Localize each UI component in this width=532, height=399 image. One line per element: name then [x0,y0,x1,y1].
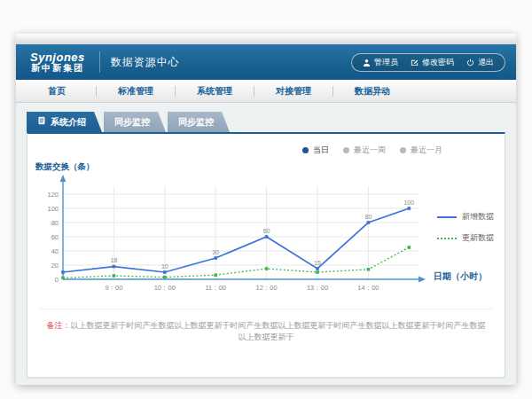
nav-item-data-change[interactable]: 数据异动 [333,85,411,98]
app-header: Synjones 新中新集团 数据资源中心 管理员 修改密码 退出 [16,44,516,80]
change-password-button[interactable]: 修改密码 [411,57,454,68]
nav-item-standard-mgmt[interactable]: 标准管理 [97,85,175,98]
svg-text:13：00: 13：00 [307,284,328,292]
svg-text:10: 10 [161,263,168,270]
edit-icon [411,59,419,66]
radio-dot-icon [343,147,349,153]
svg-text:40: 40 [51,247,59,255]
chart-panel: 当日 最近一周 最近一月 0204060801001209：0010：0011：… [27,132,505,378]
svg-text:12：00: 12：00 [256,284,278,292]
legend-item-updated-data: 更新数据 [437,232,494,244]
time-range-options: 当日 最近一周 最近一月 [27,134,505,156]
radio-label: 当日 [313,145,329,156]
radio-label: 最近一周 [354,145,386,156]
legend-item-new-data: 新增数据 [437,211,494,223]
radio-today[interactable]: 当日 [302,145,329,156]
svg-text:100: 100 [403,200,414,206]
change-password-label: 修改密码 [422,57,454,68]
svg-text:80: 80 [365,214,372,220]
tab-bar: 系统介绍 同步监控 同步监控 [27,112,505,132]
radio-dot-icon [400,147,406,153]
radio-dot-icon [302,147,309,153]
svg-text:0: 0 [55,276,59,284]
radio-label: 最近一月 [411,145,442,156]
svg-text:30: 30 [212,249,219,255]
svg-text:120: 120 [47,191,59,199]
tab-label: 系统介绍 [51,112,86,132]
chart-canvas: 0204060801001209：0010：0011：0012：0013：001… [33,160,428,294]
content-area: 系统介绍 同步监控 同步监控 当日 最近一周 [16,103,516,385]
svg-text:10：00: 10：00 [154,284,176,292]
footer-note: 备注：以上数据更新于时间产生数据以上数据更新于时间产生数据以上数据更新于时间产生… [27,309,505,343]
svg-text:18: 18 [111,257,118,263]
tab-sync-monitor-1[interactable]: 同步监控 [104,112,166,132]
app-window: Synjones 新中新集团 数据资源中心 管理员 修改密码 退出 [16,34,516,385]
svg-text:9：00: 9：00 [105,284,122,292]
nav-item-system-mgmt[interactable]: 系统管理 [176,85,254,98]
logo-company-name: 新中新集团 [30,64,85,74]
user-icon [363,59,371,66]
solid-line-icon [437,216,457,218]
tab-sync-monitor-2[interactable]: 同步监控 [168,112,230,132]
document-icon [37,112,46,132]
svg-text:100: 100 [47,205,59,213]
nav-item-home[interactable]: 首页 [18,85,96,98]
note-label: 备注： [47,321,71,330]
legend-label: 更新数据 [462,232,494,244]
tab-label: 同步监控 [178,117,214,127]
main-nav: 首页 标准管理 系统管理 对接管理 数据异动 [16,80,516,103]
window-top-strip [16,34,516,44]
dotted-line-icon [437,238,457,239]
logo-wordmark: Synjones [30,51,85,64]
user-toolbar: 管理员 修改密码 退出 [351,53,505,72]
current-user-button[interactable]: 管理员 [363,57,398,68]
chart-legend: 新增数据 更新数据 [437,211,494,254]
svg-text:60: 60 [263,228,270,234]
header-divider [99,51,100,73]
x-axis-title: 日期（小时） [434,270,487,283]
svg-text:80: 80 [51,219,59,227]
power-icon [466,59,474,66]
logout-button[interactable]: 退出 [466,57,494,68]
radio-last-month[interactable]: 最近一月 [400,145,442,156]
svg-text:14：00: 14：00 [357,284,379,292]
company-logo: Synjones 新中新集团 [27,51,89,73]
radio-last-week[interactable]: 最近一周 [343,145,386,156]
page-title: 数据资源中心 [111,55,180,70]
svg-text:11：00: 11：00 [205,284,226,292]
note-text: 以上数据更新于时间产生数据以上数据更新于时间产生数据以上数据更新于时间产生数据以… [71,321,486,341]
tab-label: 同步监控 [114,117,150,127]
svg-text:15: 15 [314,260,321,266]
page-background: Synjones 新中新集团 数据资源中心 管理员 修改密码 退出 [0,0,532,399]
tab-system-intro[interactable]: 系统介绍 [27,112,102,132]
svg-text:数据交换（条）: 数据交换（条） [35,161,95,172]
current-user-label: 管理员 [374,57,398,68]
nav-item-integration-mgmt[interactable]: 对接管理 [254,85,332,98]
svg-text:60: 60 [51,233,59,241]
logout-label: 退出 [478,57,494,68]
line-chart: 0204060801001209：0010：0011：0012：0013：001… [33,160,505,298]
svg-text:20: 20 [51,262,59,270]
legend-label: 新增数据 [462,211,494,223]
